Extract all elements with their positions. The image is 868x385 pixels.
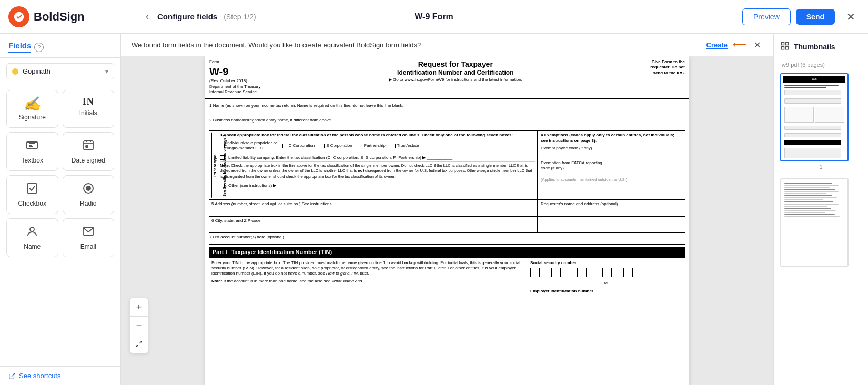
configure-label: Configure fields: [157, 12, 217, 21]
w9-section3-left: Print or type.See Specific Instructions …: [209, 131, 538, 199]
doc-area: We found form fields in the document. Wo…: [121, 34, 773, 385]
w9-address-row: 5 Address (number, street, and apt. or s…: [209, 200, 685, 216]
zoom-out-button[interactable]: −: [130, 317, 148, 335]
help-icon[interactable]: ?: [34, 43, 44, 52]
create-link[interactable]: Create: [706, 41, 728, 49]
thumbnails-filename: fw9.pdf (6 pages): [774, 58, 868, 70]
close-button[interactable]: ✕: [842, 8, 860, 25]
w9-inner-grid: Print or type.See Specific Instructions …: [211, 133, 535, 198]
thumbnail-page-1[interactable]: W-9: [774, 70, 868, 175]
shortcuts-link[interactable]: See shortcuts: [8, 372, 112, 380]
chevron-down-icon: ▾: [105, 68, 108, 75]
topbar-actions: Preview Send ✕: [742, 8, 860, 25]
w9-checkboxes-row1: Individual/sole proprietor orsingle-memb…: [220, 140, 535, 151]
w9-address-field: 5 Address (number, street, and apt. or s…: [209, 200, 538, 216]
thumbnail-page-2[interactable]: [774, 175, 868, 269]
send-button[interactable]: Send: [796, 9, 835, 25]
logo-icon: [8, 6, 29, 27]
textbox-icon: [26, 139, 38, 154]
w9-right-note: Give Form to therequester. Do notsend to…: [650, 59, 685, 76]
arrow-icon: ⟵: [733, 39, 746, 50]
signer-dot: [12, 68, 18, 75]
field-item-email[interactable]: Email: [63, 218, 115, 257]
doc-viewer[interactable]: Form W-9 (Rev. October 2018) Department …: [121, 56, 773, 385]
sidebar-footer: See shortcuts: [0, 366, 120, 385]
thumb-page-num-1: 1: [780, 164, 862, 172]
w9-city-row: 6 City, state, and ZIP code: [209, 217, 685, 233]
name-icon: [26, 225, 38, 240]
field-label-date-signed: Date signed: [72, 157, 105, 164]
back-button[interactable]: ‹: [142, 9, 153, 24]
w9-checkbox-scorp: [320, 144, 325, 148]
notification-close-button[interactable]: ✕: [752, 40, 763, 50]
doc-title: W-9 Form: [415, 12, 453, 22]
main-layout: Fields ? Gopinath ▾ ✍ Signature IN Initi…: [0, 34, 868, 385]
w9-field-1-label: 1 Name (as shown on your income tax retu…: [209, 103, 685, 108]
thumbnail-img-2: [780, 178, 849, 267]
initials-icon: IN: [83, 97, 94, 106]
field-item-textbox[interactable]: Textbox: [6, 132, 58, 171]
thumbnails-panel: Thumbnails fw9.pdf (6 pages) W-9: [773, 34, 868, 385]
panel-icon: [780, 41, 790, 53]
w9-part1: Part I Taxpayer Identification Number (T…: [209, 247, 685, 257]
w9-rev-date: (Rev. October 2018): [209, 78, 260, 84]
w9-title-center: Request for Taxpayer Identification Numb…: [265, 59, 646, 83]
fields-tab: Fields ?: [8, 41, 112, 53]
field-item-date-signed[interactable]: Date signed: [63, 132, 115, 171]
field-label-checkbox: Checkbox: [18, 200, 46, 207]
field-item-radio[interactable]: Radio: [63, 175, 115, 214]
logo-text: BoldSign: [34, 10, 85, 24]
field-label-initials: Initials: [79, 109, 97, 117]
svg-rect-8: [86, 146, 88, 147]
zoom-in-button[interactable]: +: [130, 298, 148, 316]
field-label-email: Email: [80, 243, 96, 250]
ssn-box-1: [530, 268, 540, 277]
field-item-initials[interactable]: IN Initials: [63, 90, 115, 128]
w9-form-label: Form: [209, 59, 260, 65]
ssn-box-6: [592, 268, 601, 277]
w9-llc-note: Note: Check the appropriate box in the l…: [220, 162, 535, 182]
w9-form-info: Form W-9 (Rev. October 2018) Department …: [209, 59, 260, 95]
thumbnails-title: Thumbnails: [794, 43, 835, 51]
field-item-checkbox[interactable]: Checkbox: [6, 175, 58, 214]
fullscreen-button[interactable]: [130, 335, 148, 353]
w9-title-sub: Identification Number and Certification: [265, 69, 646, 77]
zoom-controls: + −: [129, 298, 148, 353]
fields-grid: ✍ Signature IN Initials Textbox Date si: [0, 85, 120, 262]
fields-tab-label[interactable]: Fields: [8, 41, 31, 53]
w9-other-row: Other (see instructions) ▶: [220, 181, 535, 190]
topbar: BoldSign ‹ Configure fields (Step 1/2) W…: [0, 0, 868, 34]
thumb-content-1: W-9: [781, 74, 847, 160]
ssn-box-9: [623, 268, 633, 277]
w9-section3-right: 4 Exemptions (codes apply only to certai…: [538, 131, 685, 199]
svg-rect-9: [27, 184, 37, 193]
signer-selector[interactable]: Gopinath ▾: [6, 63, 114, 79]
w9-requester-field: Requester's name and address (optional): [538, 200, 685, 216]
ssn-box-7: [602, 268, 612, 277]
w9-checkbox-trust: [391, 144, 396, 148]
field-label-name: Name: [24, 243, 41, 250]
w9-header: Form W-9 (Rev. October 2018) Department …: [205, 56, 689, 99]
w9-section3-content: 3 Check appropriate box for federal tax …: [220, 133, 535, 190]
svg-rect-20: [786, 47, 789, 49]
w9-checkbox-partnership: [358, 144, 362, 148]
preview-button[interactable]: Preview: [742, 8, 791, 25]
ssn-boxes: – –: [530, 268, 682, 277]
checkbox-icon: [26, 182, 38, 197]
field-item-signature[interactable]: ✍ Signature: [6, 90, 58, 128]
radio-icon: [82, 182, 95, 197]
svg-line-16: [136, 345, 138, 347]
date-signed-icon: [82, 139, 95, 154]
field-label-radio: Radio: [80, 200, 96, 207]
sidebar: Fields ? Gopinath ▾ ✍ Signature IN Initi…: [0, 34, 121, 385]
thumb-lines-1: [783, 84, 845, 160]
w9-check-ccorp: C Corporation: [282, 143, 315, 148]
svg-rect-19: [781, 47, 784, 49]
field-item-name[interactable]: Name: [6, 218, 58, 257]
w9-city-right: [538, 217, 685, 232]
w9-title-main: Request for Taxpayer: [265, 59, 646, 69]
shortcuts-label: See shortcuts: [19, 372, 61, 380]
w9-check-partnership: Partnership: [358, 143, 386, 148]
ssn-box-2: [541, 268, 550, 277]
svg-line-15: [139, 341, 142, 343]
